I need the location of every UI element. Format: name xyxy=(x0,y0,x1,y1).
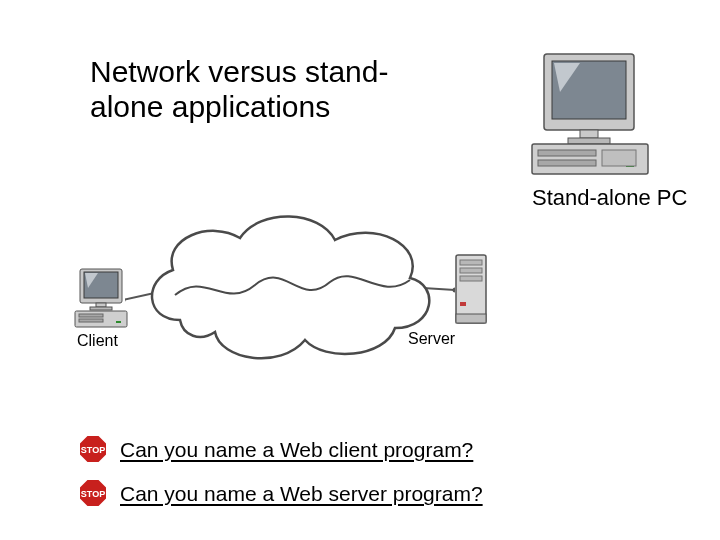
svg-rect-24 xyxy=(460,276,482,281)
stop-icon-text: STOP xyxy=(81,489,105,499)
svg-rect-15 xyxy=(96,303,106,307)
svg-rect-3 xyxy=(568,138,610,144)
standalone-pc-icon xyxy=(530,52,650,182)
svg-rect-6 xyxy=(538,160,596,166)
server-icon xyxy=(455,254,487,326)
svg-rect-18 xyxy=(79,314,103,317)
svg-rect-19 xyxy=(79,319,103,322)
question-2: Can you name a Web server program? xyxy=(120,482,483,506)
client-pc-icon xyxy=(74,268,128,330)
svg-rect-5 xyxy=(538,150,596,156)
svg-rect-25 xyxy=(460,302,466,306)
slide-title: Network versus stand-alone applications xyxy=(90,55,430,124)
svg-rect-20 xyxy=(116,321,121,323)
svg-rect-26 xyxy=(456,314,486,323)
slide: Network versus stand-alone applications … xyxy=(0,0,720,540)
svg-rect-22 xyxy=(460,260,482,265)
stop-icon: STOP xyxy=(78,434,108,464)
question-1: Can you name a Web client program? xyxy=(120,438,473,462)
client-label: Client xyxy=(77,332,118,350)
stop-icon-text: STOP xyxy=(81,445,105,455)
svg-rect-8 xyxy=(602,150,636,166)
svg-rect-16 xyxy=(90,307,112,310)
svg-rect-23 xyxy=(460,268,482,273)
svg-rect-2 xyxy=(580,130,598,138)
network-cloud-icon xyxy=(125,200,455,370)
stop-icon: STOP xyxy=(78,478,108,508)
standalone-pc-label: Stand-alone PC xyxy=(532,185,687,210)
server-label: Server xyxy=(408,330,455,348)
